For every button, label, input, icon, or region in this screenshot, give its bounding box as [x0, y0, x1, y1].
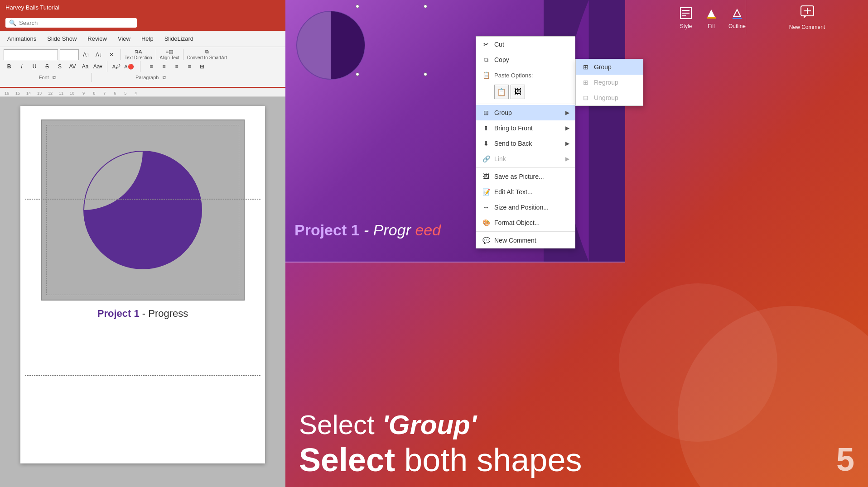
cut-menu-item[interactable]: ✂ Cut	[476, 37, 575, 52]
submenu-group-item[interactable]: ⊞ Group	[576, 59, 643, 75]
submenu-group-icon: ⊞	[581, 62, 590, 72]
preview-slide-title: Project 1 - Progr eed	[294, 221, 441, 239]
text-direction-btn[interactable]: ⇅A Text Direction	[125, 49, 152, 60]
format-object-menu-item[interactable]: 🎨 Format Object...	[476, 215, 575, 230]
send-to-back-icon: ⬇	[482, 139, 491, 148]
align-left-btn[interactable]: ≡	[146, 61, 157, 72]
link-icon: 🔗	[482, 154, 491, 163]
slide: Project 1 - Progress	[20, 106, 265, 463]
ruler-marks: 16 15 14 13 12 11 10 9 8 7 6 5 4	[0, 88, 285, 96]
cut-label: Cut	[494, 41, 504, 48]
svg-marker-11	[804, 16, 806, 19]
paste-options-area: 📋 🖼	[476, 83, 575, 103]
group-icon: ⊞	[482, 108, 491, 117]
align-center-btn[interactable]: ≡	[159, 61, 169, 72]
preview-title-bold: Project 1	[294, 221, 360, 239]
preview-title-italic: - Progr	[364, 221, 411, 239]
justify-btn[interactable]: ≡	[184, 61, 195, 72]
bring-to-front-menu-item[interactable]: ⬆ Bring to Front ▶	[476, 120, 575, 136]
increase-font-btn[interactable]: A↑	[81, 49, 92, 60]
separator-3	[476, 231, 575, 232]
shadow-btn[interactable]: S	[54, 61, 65, 72]
preview-title-red: eed	[415, 221, 441, 239]
size-position-menu-item[interactable]: ↔ Size and Position...	[476, 200, 575, 215]
columns-btn[interactable]: ⊞	[197, 61, 207, 72]
decrease-font-btn[interactable]: A↓	[93, 49, 104, 60]
menu-animations[interactable]: Animations	[2, 33, 42, 45]
search-container[interactable]: 🔍	[5, 18, 137, 28]
submenu: ⊞ Group ⊞ Regroup ⊟ Ungroup	[575, 59, 643, 106]
fontcolor-btn[interactable]: A🔴	[124, 61, 135, 72]
submenu-regroup-label: Regroup	[594, 79, 618, 86]
font-size-input[interactable]: 18	[60, 49, 79, 60]
bold-btn[interactable]: B	[4, 61, 14, 72]
top-icons-area: Style Fill Outline	[678, 0, 746, 34]
slide-content: Project 1 - Progress	[20, 106, 265, 463]
group-menu-item[interactable]: ⊞ Group ▶	[476, 105, 575, 120]
send-to-back-arrow: ▶	[565, 140, 569, 147]
context-menu: ✂ Cut ⧉ Copy 📋 Paste Options: 📋 🖼 ⊞ Grou…	[476, 36, 575, 248]
italic-btn[interactable]: I	[16, 61, 27, 72]
align-text-btn[interactable]: ≡▤ Align Text	[160, 49, 179, 60]
paste-btn-1[interactable]: 📋	[494, 85, 509, 99]
clear-format-btn[interactable]: ✕	[106, 49, 117, 60]
new-comment-menu-label: New Comment	[494, 237, 536, 244]
menu-view[interactable]: View	[112, 33, 136, 45]
ruler: 16 15 14 13 12 11 10 9 8 7 6 5 4	[0, 88, 285, 97]
svg-rect-7	[733, 18, 742, 19]
new-comment-btn[interactable]: New Comment	[746, 0, 868, 34]
new-comment-icon	[799, 4, 815, 22]
font-name-input[interactable]	[4, 49, 58, 60]
bottom-text-area: Select 'Group' Select both shapes	[285, 409, 868, 478]
menu-slidelizard[interactable]: SlideLizard	[159, 33, 199, 45]
outline-icon-group[interactable]: Outline	[728, 5, 746, 29]
highlight-btn[interactable]: A🖍	[111, 61, 122, 72]
separator-2	[476, 167, 575, 168]
menu-help[interactable]: Help	[136, 33, 159, 45]
paste-btn-2[interactable]: 🖼	[511, 85, 525, 99]
link-arrow: ▶	[565, 156, 569, 162]
convert-smartart-btn[interactable]: ⧉ Convert to SmartArt	[187, 49, 227, 60]
paragraph-section-label: Paragraph	[135, 75, 159, 80]
handle-top-left	[356, 5, 359, 8]
fontcase-btn[interactable]: Aa	[80, 61, 91, 72]
instruction-group: 'Group'	[382, 410, 477, 440]
send-to-back-menu-item[interactable]: ⬇ Send to Back ▶	[476, 136, 575, 151]
search-icon: 🔍	[9, 19, 16, 26]
menu-slideshow[interactable]: Slide Show	[42, 33, 82, 45]
new-comment-menu-item[interactable]: 💬 New Comment	[476, 233, 575, 248]
step-number: 5	[836, 441, 854, 478]
submenu-group-label: Group	[594, 63, 612, 71]
cut-icon: ✂	[482, 40, 491, 49]
instruction-line-1: Select 'Group'	[299, 409, 854, 440]
size-position-label: Size and Position...	[494, 204, 549, 211]
ribbon-area: 18 A↑ A↓ ✕ ⇅A Text Direction ≡▤ Align Te…	[0, 47, 285, 88]
font-section-label: Font	[39, 75, 49, 80]
search-input[interactable]	[19, 19, 119, 26]
charspacing-btn[interactable]: AV	[67, 61, 78, 72]
powerpoint-panel: Harvey Balls Tutorial 🔍 Animations Slide…	[0, 0, 285, 487]
save-as-picture-menu-item[interactable]: 🖼 Save as Picture...	[476, 169, 575, 184]
separator-1	[476, 104, 575, 104]
ribbon-row2: B I U S S AV Aa Aa▾ A🖍 A🔴 ≡ ≡ ≡ ≡ ⊞	[4, 61, 282, 72]
align-right-btn[interactable]: ≡	[171, 61, 182, 72]
selection-bottom-line	[25, 375, 260, 376]
copy-label: Copy	[494, 56, 509, 63]
chart-container[interactable]	[41, 119, 245, 301]
submenu-ungroup-icon: ⊟	[581, 93, 590, 102]
bring-to-front-arrow: ▶	[565, 125, 569, 131]
fontcase2-btn[interactable]: Aa▾	[92, 61, 103, 72]
underline-btn[interactable]: U	[29, 61, 40, 72]
edit-alt-text-menu-item[interactable]: 📝 Edit Alt Text...	[476, 184, 575, 200]
fill-icon-group[interactable]: Fill	[703, 5, 719, 29]
style-icon	[678, 5, 694, 21]
size-position-icon: ↔	[482, 203, 491, 212]
search-bar: 🔍	[0, 14, 285, 31]
strikethrough-btn[interactable]: S	[42, 61, 53, 72]
format-object-icon: 🎨	[482, 218, 491, 227]
fill-label: Fill	[708, 23, 714, 29]
copy-menu-item[interactable]: ⧉ Copy	[476, 52, 575, 67]
menu-review[interactable]: Review	[82, 33, 112, 45]
style-icon-group[interactable]: Style	[678, 5, 694, 29]
outline-label: Outline	[728, 23, 746, 29]
